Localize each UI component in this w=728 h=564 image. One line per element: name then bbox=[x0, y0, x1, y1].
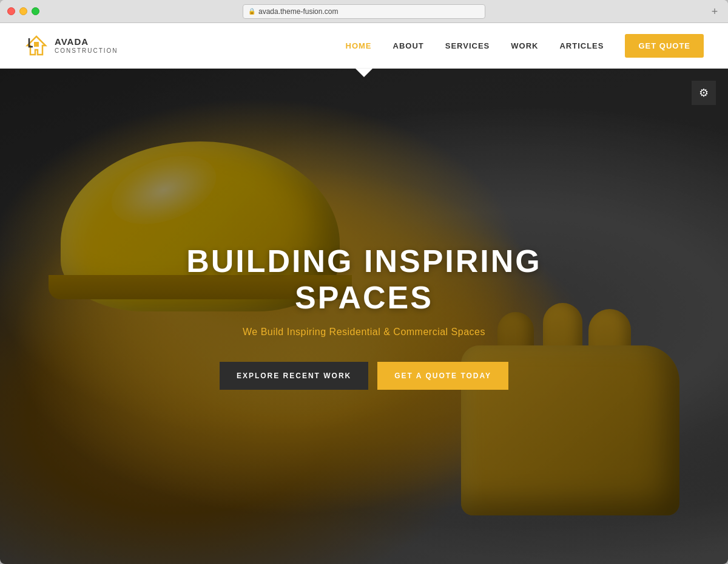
scroll-indicator[interactable] bbox=[355, 69, 373, 77]
hero-content: BUILDING INSPIRING SPACES We Build Inspi… bbox=[152, 243, 576, 390]
nav-cta-button[interactable]: GET QUOTE bbox=[625, 34, 704, 58]
svg-rect-1 bbox=[34, 42, 39, 47]
nav-item-services[interactable]: SERVICES bbox=[445, 40, 490, 51]
navbar: AVADA CONSTRUCTION HOME ABOUT SERVICES W… bbox=[0, 23, 728, 69]
browser-window: 🔒 avada.theme-fusion.com + AVADA C bbox=[0, 0, 728, 564]
nav-link-home[interactable]: HOME bbox=[346, 41, 372, 50]
new-tab-button[interactable]: + bbox=[709, 5, 721, 18]
logo[interactable]: AVADA CONSTRUCTION bbox=[24, 33, 118, 58]
nav-menu: HOME ABOUT SERVICES WORK ARTICLES GET QU… bbox=[346, 40, 704, 51]
maximize-button[interactable] bbox=[32, 7, 39, 15]
url-text: avada.theme-fusion.com bbox=[258, 7, 338, 16]
lock-icon: 🔒 bbox=[248, 8, 255, 15]
nav-link-work[interactable]: WORK bbox=[511, 41, 538, 50]
nav-item-work[interactable]: WORK bbox=[511, 40, 538, 51]
hero-title: BUILDING INSPIRING SPACES bbox=[152, 243, 576, 316]
minimize-button[interactable] bbox=[19, 7, 27, 15]
close-button[interactable] bbox=[7, 7, 15, 15]
nav-item-home[interactable]: HOME bbox=[346, 40, 372, 51]
hero-subtitle: We Build Inspiring Residential & Commerc… bbox=[152, 327, 576, 338]
get-quote-button[interactable]: GET A QUOTE TODAY bbox=[377, 362, 508, 390]
logo-text-group: AVADA CONSTRUCTION bbox=[55, 36, 118, 55]
address-bar[interactable]: 🔒 avada.theme-fusion.com bbox=[243, 4, 485, 19]
hero-buttons: EXPLORE RECENT WORK GET A QUOTE TODAY bbox=[152, 362, 576, 390]
brand-tagline: CONSTRUCTION bbox=[55, 47, 118, 55]
browser-titlebar: 🔒 avada.theme-fusion.com + bbox=[0, 0, 728, 23]
nav-item-cta[interactable]: GET QUOTE bbox=[625, 40, 704, 51]
brand-name: AVADA bbox=[55, 36, 118, 47]
gear-icon: ⚙ bbox=[699, 86, 709, 100]
hero-section: ⚙ BUILDING INSPIRING SPACES We Build Ins… bbox=[0, 69, 728, 564]
settings-button[interactable]: ⚙ bbox=[692, 81, 716, 105]
website-content: AVADA CONSTRUCTION HOME ABOUT SERVICES W… bbox=[0, 23, 728, 564]
nav-link-articles[interactable]: ARTICLES bbox=[559, 41, 604, 50]
nav-link-about[interactable]: ABOUT bbox=[393, 41, 424, 50]
nav-item-about[interactable]: ABOUT bbox=[393, 40, 424, 51]
nav-link-services[interactable]: SERVICES bbox=[445, 41, 490, 50]
logo-icon bbox=[24, 33, 49, 58]
traffic-lights bbox=[7, 7, 39, 15]
nav-item-articles[interactable]: ARTICLES bbox=[559, 40, 604, 51]
scroll-arrow-icon bbox=[355, 69, 373, 77]
explore-work-button[interactable]: EXPLORE RECENT WORK bbox=[220, 362, 368, 390]
